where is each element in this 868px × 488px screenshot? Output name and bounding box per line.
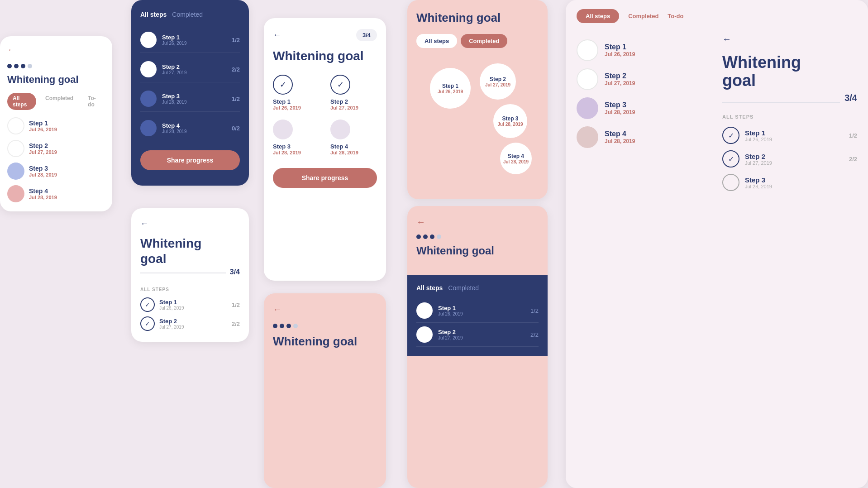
tab-completed-s1[interactable]: Completed [40, 93, 79, 110]
s5-step-left-1: ✓ Step 1 Jul 26, 2019 [140, 297, 184, 312]
s2-step-info-4: Step 4 Jul 28, 2019 [162, 122, 187, 134]
s8-step-row-2: Step 2 Jul 27, 2019 [577, 68, 711, 90]
back-button-s5[interactable]: ← [140, 219, 240, 229]
step-date-1: Jul 26, 2019 [29, 127, 105, 132]
s7-top: ← Whitening goal [407, 206, 548, 257]
dot-3 [21, 64, 25, 68]
s5-title-row: 3/4 [140, 268, 240, 276]
share-progress-button-s2[interactable]: Share progress [140, 150, 240, 170]
bubble-name-2: Step 2 [490, 76, 506, 82]
s4-bubbles: Step 1 Jul 26, 2019 Step 2 Jul 27, 2019 … [416, 59, 539, 186]
step-cell-date-1: Jul 26, 2019 [273, 105, 301, 110]
step-info-1: Step 1 Jul 26, 2019 [29, 120, 105, 132]
s5-step-date-2: Jul 27, 2019 [159, 325, 184, 330]
s8-left-panel: Step 1 Jul 26, 2019 Step 2 Jul 27, 2019 … [577, 34, 711, 191]
s8-step-row2-2: ✓ Step 2 Jul 27, 2019 2/2 [722, 150, 857, 167]
bubble-step2: Step 2 Jul 27, 2019 [480, 63, 516, 100]
back-button-s7[interactable]: ← [416, 217, 539, 227]
s2-step-left-4: Step 4 Jul 28, 2019 [140, 120, 187, 136]
step-info-3: Step 3 Jul 28, 2019 [29, 165, 105, 177]
s7-dot-1 [416, 234, 421, 239]
s5-step-name-1: Step 1 [159, 299, 184, 306]
s2-step-info-3: Step 3 Jul 28, 2019 [162, 93, 187, 105]
share-progress-button-s3[interactable]: Share progress [273, 168, 377, 188]
s2-step-date-1: Jul 26, 2019 [162, 41, 187, 46]
tab-all-steps-s2[interactable]: All steps [140, 11, 167, 18]
s5-step-info-2: Step 2 Jul 27, 2019 [159, 318, 184, 330]
s4-title: Whitening goal [416, 11, 539, 25]
s2-step-count-1: 1/2 [232, 37, 240, 43]
step-cell-name-3: Step 3 [273, 143, 291, 150]
s7-dots [416, 234, 539, 239]
tab-completed-s7[interactable]: Completed [448, 284, 479, 292]
tab-todo-s8[interactable]: To-do [668, 13, 683, 19]
s6-dot-1 [273, 324, 277, 328]
back-button-s1[interactable]: ← [7, 45, 105, 55]
tab-all-steps-s1[interactable]: All steps [7, 93, 36, 110]
s2-step-name-4: Step 4 [162, 122, 187, 129]
s8-step-date2-1: Jul 26, 2019 [745, 137, 772, 142]
s6-dots [273, 324, 377, 328]
s8-step-info2-3: Step 3 Jul 28, 2019 [745, 176, 772, 189]
step-name-2: Step 2 [29, 142, 105, 149]
step-date-4: Jul 28, 2019 [29, 195, 105, 200]
back-button-s6[interactable]: ← [273, 304, 377, 315]
step-cell-name-2: Step 2 [330, 98, 348, 105]
step-cell-date-2: Jul 27, 2019 [330, 105, 358, 110]
bubble-step3: Step 3 Jul 28, 2019 [493, 104, 527, 138]
s8-step-date-2: Jul 27, 2019 [605, 80, 635, 86]
s8-step-date-3: Jul 28, 2019 [605, 109, 635, 115]
screen-whitening-goal-dark-bottom: ← Whitening goal All steps Completed Ste… [407, 206, 548, 488]
dot-2 [14, 64, 19, 68]
s5-step-info-1: Step 1 Jul 26, 2019 [159, 299, 184, 311]
step-check-2: ✓ [330, 75, 350, 95]
s7-tabs: All steps Completed [416, 284, 539, 292]
tab-all-steps-s7[interactable]: All steps [416, 284, 443, 292]
step-cell-4: Step 4 Jul 28, 2019 [330, 120, 377, 155]
s7-step-count-2: 2/2 [530, 331, 539, 338]
s8-step-info-3: Step 3 Jul 28, 2019 [605, 101, 635, 115]
screen-title-s1: Whitening goal [7, 74, 105, 86]
s8-tabs-top: All steps Completed To-do [577, 9, 857, 23]
step-cell-1: ✓ Step 1 Jul 26, 2019 [273, 75, 320, 110]
s8-step-name-4: Step 4 [605, 130, 635, 138]
step-info-2: Step 2 Jul 27, 2019 [29, 142, 105, 155]
step-row-3: Step 3 Jul 28, 2019 [7, 163, 105, 180]
s8-step-name-1: Step 1 [605, 43, 635, 51]
step-cell-name-1: Step 1 [273, 98, 291, 105]
s5-section-label: ALL STEPS [140, 287, 240, 292]
step-date-3: Jul 28, 2019 [29, 172, 105, 177]
s8-avatar-3 [577, 97, 598, 119]
progress-dots-s1 [7, 64, 105, 68]
s8-step-info2-1: Step 1 Jul 26, 2019 [745, 129, 772, 142]
s5-steps: ✓ Step 1 Jul 26, 2019 1/2 ✓ Step 2 Jul 2… [140, 297, 240, 331]
s7-step-count-1: 1/2 [530, 307, 539, 314]
s8-title: Whiteninggoal [722, 53, 857, 89]
bubble-date-1: Jul 26, 2019 [438, 89, 463, 94]
step-row-1: Step 1 Jul 26, 2019 [7, 117, 105, 134]
s2-step-info-1: Step 1 Jul 26, 2019 [162, 34, 187, 46]
tab-completed-s2[interactable]: Completed [172, 11, 203, 18]
tab-completed-s8[interactable]: Completed [628, 13, 658, 19]
s2-step-left-3: Step 3 Jul 28, 2019 [140, 91, 187, 107]
back-button-s3[interactable]: ← [273, 30, 281, 40]
s2-step-row-1: Step 1 Jul 26, 2019 1/2 [140, 27, 240, 53]
step-avatar-2 [7, 140, 24, 157]
s7-dot-2 [423, 234, 428, 239]
back-button-s8[interactable]: ← [722, 34, 857, 44]
dot-4 [28, 64, 32, 68]
tab-todo-s1[interactable]: To-do [82, 93, 105, 110]
tab-all-steps-s4[interactable]: All steps [416, 34, 457, 48]
s7-step-info-1: Step 1 Jul 26, 2019 [438, 305, 463, 316]
s8-content: Step 1 Jul 26, 2019 Step 2 Jul 27, 2019 … [577, 34, 857, 191]
step-cell-name-4: Step 4 [330, 143, 348, 150]
tab-completed-s4[interactable]: Completed [461, 34, 507, 48]
bubble-date-2: Jul 27, 2019 [485, 82, 510, 87]
tab-all-steps-s8[interactable]: All steps [577, 9, 619, 23]
s7-step-name-1: Step 1 [438, 305, 463, 311]
s8-step-row-3: Step 3 Jul 28, 2019 [577, 97, 711, 119]
s8-step-count2-2: 2/2 [849, 156, 857, 163]
s5-step-count-1: 1/2 [232, 301, 240, 308]
step-row-4: Step 4 Jul 28, 2019 [7, 185, 105, 202]
s8-check-1: ✓ [722, 127, 739, 144]
